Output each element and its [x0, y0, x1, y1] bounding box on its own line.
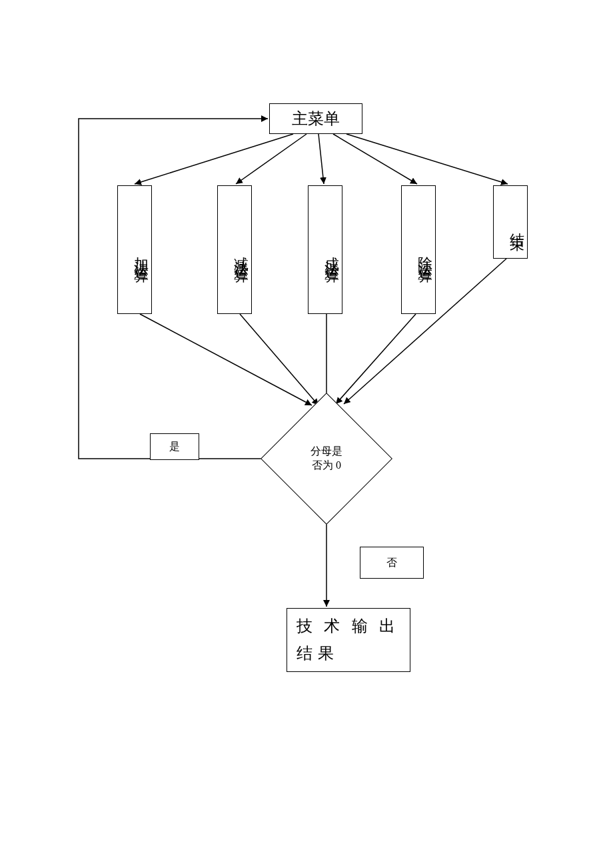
svg-line-5 [140, 314, 312, 405]
node-end: 结束 [493, 185, 528, 259]
svg-line-1 [236, 134, 306, 184]
node-division: 除法运算 [401, 185, 436, 314]
multiplication-label: 成法运算 [322, 245, 342, 261]
edge-label-no: 否 [360, 547, 424, 579]
svg-line-4 [346, 134, 508, 184]
node-main-menu: 主菜单 [269, 103, 362, 134]
end-label: 结束 [507, 221, 527, 229]
edge-label-yes: 是 [150, 433, 199, 460]
svg-line-3 [333, 134, 417, 184]
svg-line-8 [336, 314, 416, 404]
node-output: 技术输出结果 [287, 608, 410, 672]
no-label: 否 [386, 556, 397, 570]
subtraction-label: 减法运算 [231, 245, 251, 261]
main-menu-label: 主菜单 [292, 108, 340, 129]
svg-line-6 [240, 314, 318, 405]
output-label: 技术输出结果 [297, 613, 400, 667]
addition-label: 加法运算 [131, 245, 151, 261]
svg-line-2 [318, 134, 324, 184]
svg-line-0 [135, 134, 293, 184]
division-label: 除法运算 [415, 245, 435, 261]
decision-label: 分母是 否为 0 [310, 445, 342, 473]
yes-label: 是 [169, 440, 180, 454]
node-addition: 加法运算 [117, 185, 152, 314]
node-subtraction: 减法运算 [217, 185, 252, 314]
node-decision: 分母是 否为 0 [280, 412, 373, 505]
node-multiplication: 成法运算 [308, 185, 342, 314]
